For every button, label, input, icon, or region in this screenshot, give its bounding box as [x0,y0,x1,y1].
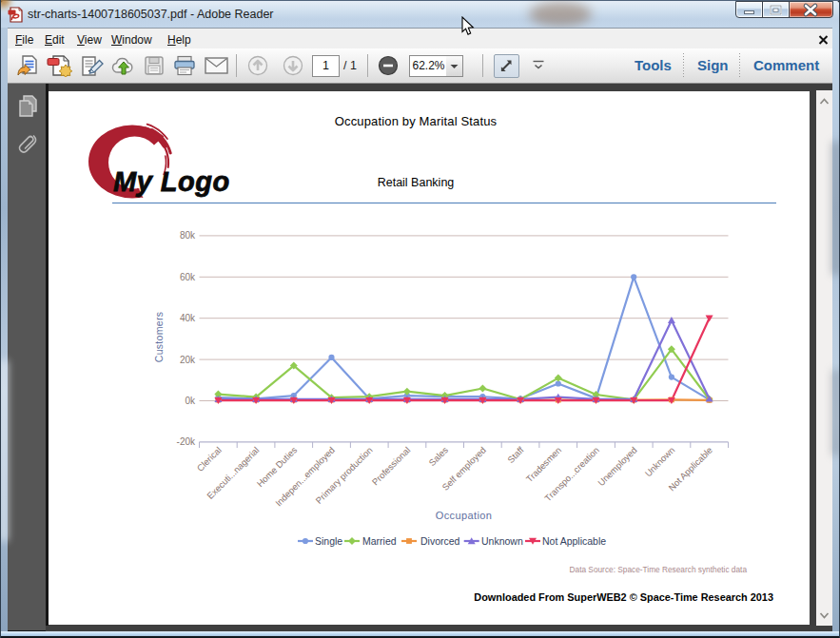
svg-text:Clerical: Clerical [195,445,224,474]
svg-text:Unknown: Unknown [643,445,677,479]
svg-text:Tradesmen: Tradesmen [524,445,564,485]
svg-text:80k: 80k [180,230,196,241]
svg-text:Married: Married [362,535,397,547]
svg-text:Occupation by Marital Status: Occupation by Marital Status [335,114,498,128]
svg-text:Customers: Customers [153,312,165,362]
svg-text:My Logo: My Logo [113,166,230,197]
svg-text:0k: 0k [185,396,196,406]
svg-text:20k: 20k [180,355,196,365]
svg-text:Unknown: Unknown [481,535,523,547]
svg-text:60k: 60k [180,272,196,282]
svg-text:Not Applicable: Not Applicable [542,535,606,547]
svg-text:Professional: Professional [370,445,413,488]
svg-text:Occupation: Occupation [436,510,493,521]
svg-text:Single: Single [315,535,342,547]
svg-text:Data Source: Space-Time Resear: Data Source: Space-Time Research synthet… [570,565,748,574]
svg-text:Unemployed: Unemployed [596,445,638,488]
svg-text:Downloaded From SuperWEB2 © Sp: Downloaded From SuperWEB2 © Space-Time R… [474,591,773,603]
svg-text:Retail Banking: Retail Banking [378,176,455,189]
svg-text:Divorced: Divorced [420,535,460,547]
svg-text:-20k: -20k [177,436,196,447]
svg-text:Sales: Sales [426,444,450,468]
svg-text:40k: 40k [180,313,196,323]
svg-text:Staff: Staff [505,444,526,465]
